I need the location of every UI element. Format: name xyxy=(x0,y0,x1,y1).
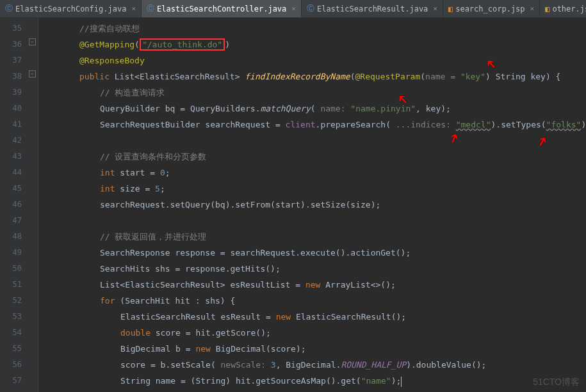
tab-js[interactable]: ◧other.js× xyxy=(540,0,586,17)
close-icon[interactable]: × xyxy=(530,4,535,13)
tab-config[interactable]: ⒸElasticSearchConfig.java× xyxy=(0,0,142,17)
text-caret xyxy=(401,377,402,387)
close-icon[interactable]: × xyxy=(131,4,136,13)
fold-marker-icon[interactable]: − xyxy=(29,38,36,45)
watermark: 51CTO博客 xyxy=(533,377,580,388)
tab-jsp[interactable]: ◧search_corp.jsp× xyxy=(443,0,540,17)
code-editor[interactable]: 3536373839404142434445464748495051525354… xyxy=(0,18,586,392)
tab-controller[interactable]: ⒸElasticSearchController.java× xyxy=(142,0,302,17)
fold-marker-icon[interactable]: − xyxy=(29,70,36,78)
tab-result[interactable]: ⒸElasticSearchResult.java× xyxy=(302,0,443,17)
line-gutter: 3536373839404142434445464748495051525354… xyxy=(0,18,27,392)
highlight-box: "/auto_think.do" xyxy=(140,38,225,51)
close-icon[interactable]: × xyxy=(291,4,296,13)
close-icon[interactable]: × xyxy=(433,4,437,13)
editor-tabs: ⒸElasticSearchConfig.java× ⒸElasticSearc… xyxy=(0,0,586,18)
fold-gutter: − − xyxy=(27,18,38,392)
code-area[interactable]: //搜索自动联想 @GetMapping("/auto_think.do") @… xyxy=(38,18,586,392)
